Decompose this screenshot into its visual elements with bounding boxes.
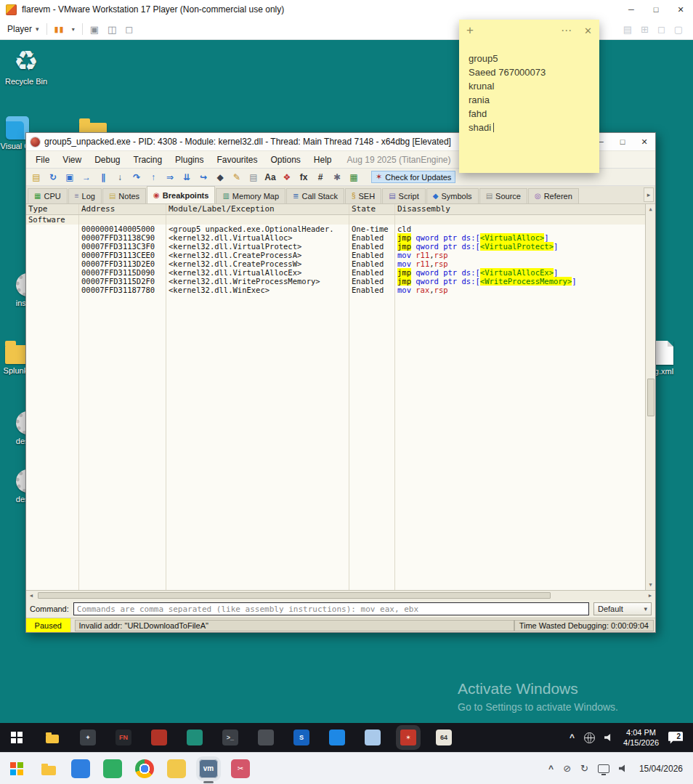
send-cad-icon[interactable]: ▣ (90, 24, 99, 35)
scroll-left-icon[interactable]: ◄ (26, 593, 36, 598)
volume-icon[interactable] (604, 734, 614, 742)
stop-icon[interactable]: ▣ (62, 171, 77, 184)
chrome-icon[interactable] (135, 759, 154, 778)
phone-link-icon[interactable] (103, 759, 122, 778)
menu-debug[interactable]: Debug (88, 155, 126, 165)
breakpoint-row[interactable]: 00007FFD3113D2E0 <kernel32.dll.CreatePro… (26, 259, 645, 268)
community-icon[interactable]: ▢ (674, 24, 683, 35)
scroll-right-icon[interactable]: ► (645, 593, 655, 598)
tab-source[interactable]: ▤ Source (479, 188, 527, 203)
snipping-tool-icon[interactable]: ✂ (231, 759, 250, 778)
flare-app-icon[interactable]: ✦ (80, 730, 96, 745)
close-button[interactable]: ✕ (668, 0, 693, 19)
menu-icon[interactable]: ⋯ (561, 24, 572, 37)
desktop-icon-recycle-bin[interactable]: ♻ Recycle Bin (3, 47, 49, 86)
menu-plugins[interactable]: Plugins (169, 155, 210, 165)
tab-notes[interactable]: ▤ Notes (102, 188, 146, 203)
col-type[interactable]: Type (26, 204, 79, 214)
host-clock[interactable]: 15/04/2026 (639, 764, 683, 774)
start-button[interactable] (9, 730, 25, 745)
action-center-icon[interactable]: 2 (668, 732, 683, 744)
advanced-icon[interactable]: ◆ (213, 171, 227, 184)
breakpoint-row[interactable]: 00007FFD3115D2F0 <kernel32.dll.WriteProc… (26, 277, 645, 286)
x96dbg-icon[interactable]: 64 (436, 730, 452, 745)
menu-favourites[interactable]: Favourites (210, 155, 264, 165)
ide-icon[interactable] (365, 730, 381, 745)
menu-help[interactable]: Help (307, 155, 339, 165)
start-button[interactable] (7, 759, 26, 778)
close-button[interactable]: ✕ (633, 133, 655, 150)
player-menu-button[interactable]: Player ▾ (7, 24, 39, 34)
network-icon[interactable] (584, 732, 595, 743)
col-module[interactable]: Module/Label/Exception (166, 204, 349, 214)
breakpoint-row[interactable]: 00007FFD31187780 <kernel32.dll.WinExec> … (26, 286, 645, 294)
vscode-icon[interactable] (187, 730, 203, 745)
command-mode-select[interactable]: Default ▾ (593, 602, 652, 615)
hash-icon[interactable]: # (313, 171, 328, 184)
terminal-icon[interactable]: >_ (222, 730, 238, 745)
open-file-icon[interactable]: ▤ (29, 171, 44, 184)
fullscreen-exit-icon[interactable]: ◻ (657, 24, 665, 35)
menu-tracing[interactable]: Tracing (127, 155, 169, 165)
blocked-icon[interactable]: ⊘ (563, 763, 571, 774)
menu-options[interactable]: Options (264, 155, 307, 165)
animate-icon[interactable]: ⇊ (179, 171, 194, 184)
tab-references[interactable]: ◎ Referen (528, 188, 579, 203)
comments-icon[interactable]: ▤ (246, 171, 261, 184)
display-icon[interactable] (598, 764, 609, 773)
sqlite-icon[interactable]: S (293, 730, 309, 745)
breakpoint-row[interactable]: 00007FFD3113C3F0 <kernel32.dll.VirtualPr… (26, 242, 645, 251)
devices-icon[interactable]: ⊞ (641, 24, 649, 35)
command-input[interactable] (73, 602, 589, 615)
scroll-down-icon[interactable]: ▼ (649, 582, 652, 588)
pause-icon[interactable]: ∥ (96, 171, 110, 184)
cpu-icon[interactable]: ▦ (346, 171, 361, 184)
grab-input-icon[interactable]: ◫ (108, 24, 116, 35)
restart-icon[interactable]: ↻ (46, 171, 60, 184)
tab-breakpoints[interactable]: ◉ Breakpoints (147, 186, 215, 203)
menu-file[interactable]: File (29, 155, 56, 165)
cmder-icon[interactable] (151, 730, 167, 745)
col-state[interactable]: State (349, 204, 395, 214)
app-icon[interactable] (329, 730, 345, 745)
run-icon[interactable]: → (79, 171, 94, 184)
scroll-up-icon[interactable]: ▲ (649, 206, 652, 212)
maximize-button[interactable]: □ (612, 133, 633, 150)
run-to-user-code-icon[interactable]: ⇒ (163, 171, 177, 184)
breakpoint-row[interactable]: 00007FFD31138C90 <kernel32.dll.VirtualAl… (26, 233, 645, 242)
breakpoint-group-row[interactable]: Software (26, 215, 645, 225)
favourites-icon[interactable]: ❖ (280, 171, 294, 184)
scrollbar-thumb[interactable] (38, 592, 551, 599)
caret-down-icon[interactable]: ▾ (72, 26, 75, 33)
fn-app-icon[interactable]: FN (115, 730, 131, 745)
chevron-up-icon[interactable]: ^ (570, 732, 575, 743)
add-note-icon[interactable]: + (466, 23, 474, 38)
sync-icon[interactable]: ↻ (580, 763, 588, 774)
col-address[interactable]: Address (79, 204, 166, 214)
horizontal-scrollbar[interactable]: ◄ ► (26, 590, 655, 600)
settings-icon[interactable]: ✱ (330, 171, 344, 184)
sticky-note-content[interactable]: group5Saeed 767000073krunalraniafahdshad… (459, 41, 599, 134)
tab-symbols[interactable]: ◆ Symbols (426, 188, 479, 203)
step-over-icon[interactable]: ↷ (129, 171, 144, 184)
tab-call-stack[interactable]: ≣ Call Stack (286, 188, 344, 203)
minimize-button[interactable]: ─ (619, 0, 644, 19)
sticky-notes-icon[interactable] (167, 759, 186, 778)
scrollbar-thumb[interactable] (647, 379, 654, 416)
suspend-vm-icon[interactable]: ▮▮ (54, 25, 65, 34)
step-out-icon[interactable]: ↑ (146, 171, 161, 184)
sound-icon[interactable]: ▤ (623, 24, 632, 35)
breakpoint-row[interactable]: 0000000140005000 <group5_unpacked.exe.Op… (26, 225, 645, 233)
volume-icon[interactable] (619, 764, 628, 772)
ghidra-icon[interactable] (258, 730, 274, 745)
tab-seh[interactable]: § SEH (345, 188, 381, 203)
close-icon[interactable]: ✕ (584, 25, 592, 36)
patch-icon[interactable]: ✎ (230, 171, 244, 184)
tab-cpu[interactable]: ▦ CPU (28, 188, 68, 203)
vertical-scrollbar[interactable]: ▲ ▼ (645, 204, 655, 590)
tab-log[interactable]: ≡ Log (68, 188, 102, 203)
store-icon[interactable] (71, 759, 90, 778)
breakpoint-row[interactable]: 00007FFD3115D090 <kernel32.dll.VirtualAl… (26, 268, 645, 277)
x64dbg-icon[interactable]: ✶ (400, 730, 416, 745)
labels-icon[interactable]: Aa (263, 171, 277, 184)
